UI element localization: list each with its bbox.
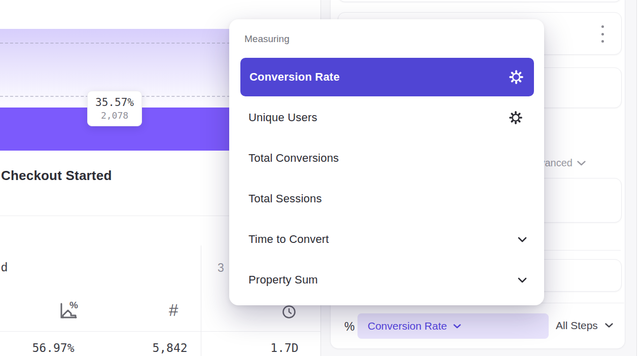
menu-item-time-to-convert[interactable]: Time to Convert [229,219,544,260]
chevron-down-icon [518,277,527,283]
menu-item-label: Property Sum [248,273,318,287]
chevron-down-icon [605,323,613,328]
hash-icon: # [169,301,178,320]
table-column-divider [201,245,201,356]
table-step-label-partial: d [1,261,8,274]
chart-tooltip: 35.57% 2,078 [87,91,142,126]
metric-conversion-rate-value: 56.97% [32,341,74,354]
menu-item-unique-users[interactable]: Unique Users [229,97,544,138]
measuring-chip[interactable]: Conversion Rate [357,313,549,339]
all-steps-dropdown[interactable]: All Steps [556,319,613,332]
measuring-chip-label: Conversion Rate [368,320,447,332]
funnel-step-title: Checkout Started [1,168,112,184]
inspector-card-top [338,0,622,2]
all-steps-label: All Steps [556,319,598,332]
clock-icon [282,305,296,319]
menu-item-total-conversions[interactable]: Total Conversions [229,138,544,179]
table-row-divider [0,331,321,332]
menu-item-label: Conversion Rate [249,70,340,84]
menu-item-label: Time to Convert [248,233,329,246]
funnel-report-screen: 35.57% 2,078 Checkout Started d 3 % # 56… [0,0,644,356]
menu-item-property-sum[interactable]: Property Sum [229,260,544,300]
format-symbol: % [344,320,354,334]
window-edge [637,0,644,356]
kebab-menu-icon[interactable] [599,25,606,43]
gear-icon[interactable] [509,111,523,125]
metric-count-value: 5,842 [152,341,187,354]
conversion-rate-icon: % [56,299,79,322]
chevron-down-icon [577,161,586,166]
menu-item-label: Total Sessions [248,192,322,205]
measuring-heading: Measuring [244,33,290,45]
chevron-down-icon [453,324,461,329]
tooltip-conversion-rate: 35.57% [95,96,134,109]
menu-item-label: Total Conversions [248,152,339,165]
tooltip-count: 2,078 [101,110,128,121]
chevron-down-icon [518,237,527,242]
menu-item-total-sessions[interactable]: Total Sessions [229,179,544,219]
table-step-number: 3 [218,261,224,275]
menu-item-label: Unique Users [248,111,317,124]
metric-time-to-convert-value: 1.7D [270,341,298,354]
gear-icon[interactable] [509,69,524,85]
menu-item-conversion-rate[interactable]: Conversion Rate [240,58,534,96]
svg-text:%: % [69,300,78,310]
